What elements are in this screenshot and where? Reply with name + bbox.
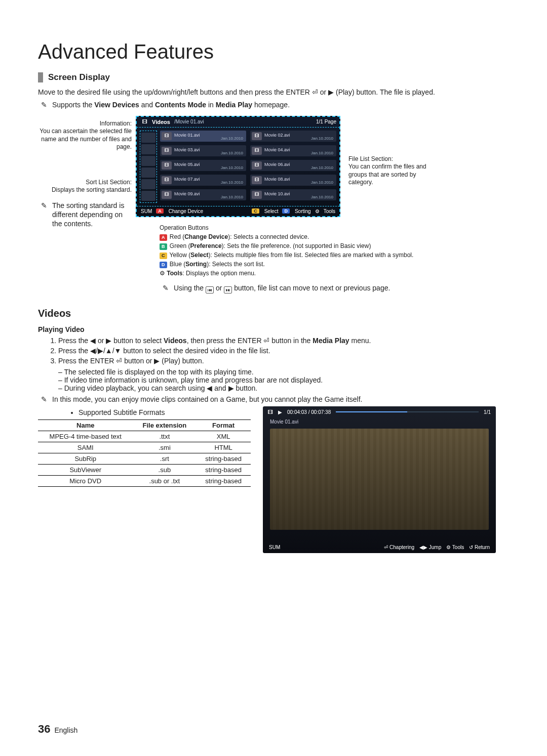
sorting-label[interactable]: Sorting — [295, 208, 311, 214]
file-date: Jan.10.2010 — [221, 136, 243, 141]
tools-icon[interactable]: ⚙ — [315, 208, 320, 214]
table-cell: MPEG-4 time-based text — [38, 431, 133, 442]
sort-annotation-title: Sort List Section: — [86, 179, 132, 186]
step-item: Press the ◀/▶/▲/▼ button to select the d… — [58, 347, 509, 355]
step-item: Press the ◀ or ▶ button to select Videos… — [58, 337, 509, 345]
play-icon[interactable]: ▶ — [278, 409, 282, 415]
file-item[interactable]: 🎞Movie 01.aviJan.10.2010 — [160, 131, 246, 142]
videos-icon: 🎞 — [140, 119, 150, 124]
subtitle-format-table: Name File extension Format MPEG-4 time-b… — [38, 419, 251, 487]
video-thumb-icon: 🎞 — [252, 191, 262, 199]
video-thumb-icon: 🎞 — [162, 132, 172, 140]
file-item[interactable]: 🎞Movie 05.aviJan.10.2010 — [160, 160, 246, 171]
file-date: Jan.10.2010 — [221, 195, 243, 199]
step-item: Press the ENTER ⏎ button or ▶ (Play) but… — [58, 357, 509, 365]
file-item[interactable]: 🎞Movie 08.aviJan.10.2010 — [250, 175, 336, 186]
op-buttons-heading: Operation Buttons — [160, 223, 509, 232]
supported-formats-label: Supported Subtitle Formats — [79, 408, 251, 416]
file-item[interactable]: 🎞Movie 06.aviJan.10.2010 — [250, 160, 336, 171]
player-sum-label: SUM — [269, 544, 280, 550]
file-item[interactable]: 🎞Movie 04.aviJan.10.2010 — [250, 145, 336, 156]
sort-item[interactable] — [141, 167, 155, 178]
sum-label: SUM — [141, 208, 152, 214]
op-button-line: C Yellow (Select): Selects multiple file… — [160, 250, 509, 260]
video-thumb-icon: 🎞 — [252, 161, 262, 170]
file-name: Movie 08.avi — [264, 177, 290, 182]
file-item[interactable]: 🎞Movie 03.aviJan.10.2010 — [160, 145, 246, 156]
table-cell: .sub or .txt — [133, 475, 196, 486]
table-cell: HTML — [196, 442, 251, 453]
progress-bar[interactable] — [336, 411, 479, 412]
table-row: MPEG-4 time-based text.ttxtXML — [38, 431, 251, 442]
player-control[interactable]: ◀▶ Jump — [419, 544, 441, 550]
table-cell: SubRip — [38, 453, 133, 464]
table-cell: SAMI — [38, 442, 133, 453]
table-row: SubRip.srtstring-based — [38, 453, 251, 464]
videos-heading: Videos — [38, 308, 509, 319]
table-header: Format — [196, 419, 251, 431]
file-item[interactable]: 🎞Movie 07.aviJan.10.2010 — [160, 175, 246, 186]
sort-item[interactable] — [141, 191, 155, 201]
file-name: Movie 03.avi — [174, 147, 200, 152]
tools-label[interactable]: Tools — [324, 208, 335, 214]
file-name: Movie 10.avi — [264, 191, 290, 196]
step-subitem: If video time information is unknown, pl… — [58, 376, 509, 384]
table-cell: string-based — [196, 453, 251, 464]
filelist-annotation-title: File List Section: — [348, 155, 393, 162]
file-name: Movie 09.avi — [174, 191, 200, 196]
table-cell: XML — [196, 431, 251, 442]
table-cell: .srt — [133, 453, 196, 464]
player-pager: 1/1 — [484, 409, 491, 415]
table-cell: .smi — [133, 442, 196, 453]
table-row: SubViewer.substring-based — [38, 464, 251, 475]
screen-mock: 🎞 Videos /Movie 01.avi 1/1 Page 🎞Movie 0… — [136, 116, 340, 217]
step-subitem: During video playback, you can search us… — [58, 384, 509, 392]
file-name: Movie 04.avi — [264, 147, 290, 152]
file-name: Movie 06.avi — [264, 162, 290, 167]
video-area — [270, 429, 489, 530]
file-name: Movie 02.avi — [264, 133, 290, 138]
video-thumb-icon: 🎞 — [162, 147, 172, 155]
change-device-label[interactable]: Change Device — [169, 208, 203, 214]
info-annotation-title: Information: — [100, 120, 132, 127]
op-buttons-note: Using the ⏮ or ⏭ button, file list can m… — [160, 283, 509, 293]
file-date: Jan.10.2010 — [311, 151, 333, 155]
section-screen-display: Screen Display — [38, 72, 509, 82]
info-annotation-body: You can ascertain the selected file name… — [40, 128, 132, 150]
player-control[interactable]: ⏎ Chaptering — [384, 544, 414, 550]
file-name: Movie 01.avi — [174, 133, 200, 138]
file-date: Jan.10.2010 — [311, 195, 333, 199]
category-label: Videos — [152, 119, 170, 125]
page-lang: English — [54, 726, 77, 734]
player-control[interactable]: ⚙ Tools — [446, 544, 464, 550]
file-item[interactable]: 🎞Movie 09.aviJan.10.2010 — [160, 189, 246, 200]
sort-column[interactable] — [140, 131, 157, 203]
video-thumb-icon: 🎞 — [252, 132, 262, 140]
op-button-line: ⚙ Tools: Displays the option menu. — [160, 269, 509, 278]
table-cell: string-based — [196, 464, 251, 475]
player-time: 00:04:03 / 00:07:38 — [287, 409, 331, 415]
badge-a[interactable]: A — [156, 208, 164, 214]
sort-item[interactable] — [141, 156, 155, 166]
page-footer: 36 English — [38, 723, 77, 736]
table-row: SAMI.smiHTML — [38, 442, 251, 453]
sort-item[interactable] — [141, 179, 155, 189]
player-control[interactable]: ↺ Return — [469, 544, 490, 550]
sort-item[interactable] — [141, 133, 155, 143]
pager-label: 1/1 Page — [316, 119, 336, 124]
player-filename: Movie 01.avi — [263, 418, 496, 426]
badge-c[interactable]: C — [252, 208, 259, 214]
table-row: Micro DVD.sub or .txtstring-based — [38, 475, 251, 486]
table-header: File extension — [133, 419, 196, 431]
video-thumb-icon: 🎞 — [252, 176, 262, 184]
badge-d[interactable]: D — [282, 208, 290, 214]
sort-item[interactable] — [141, 144, 155, 154]
breadcrumb: /Movie 01.avi — [174, 119, 204, 124]
step-subitem: The selected file is displayed on the to… — [58, 368, 509, 376]
supports-note: Supports the View Devices and Contents M… — [38, 101, 509, 109]
select-label[interactable]: Select — [264, 208, 279, 214]
file-item[interactable]: 🎞Movie 02.aviJan.10.2010 — [250, 131, 336, 142]
table-cell: .ttxt — [133, 431, 196, 442]
file-item[interactable]: 🎞Movie 10.aviJan.10.2010 — [250, 189, 336, 200]
op-button-line: B Green (Preference): Sets the file pref… — [160, 241, 509, 250]
